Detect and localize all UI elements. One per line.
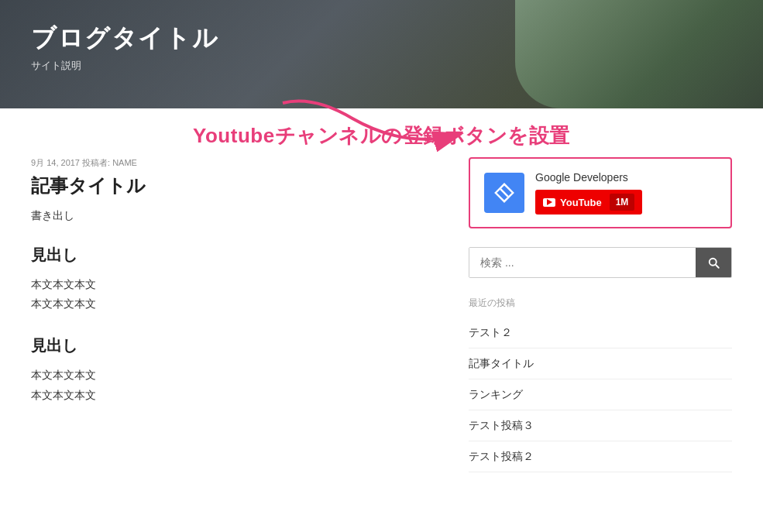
post-heading-1: 見出し [31, 245, 438, 266]
youtube-subscribe-widget: Google Developers YouTube 1M [469, 157, 732, 228]
list-item: ランキング [469, 379, 732, 410]
google-developers-icon [492, 180, 517, 205]
svg-line-2 [500, 189, 508, 197]
recent-post-link-4[interactable]: テスト投稿３ [469, 419, 534, 431]
post-excerpt: 書き出し [31, 209, 438, 223]
channel-icon [484, 173, 524, 213]
annotation-banner: Youtubeチャンネルの登録ボタンを設置 [0, 108, 763, 157]
post-body-1: 本文本文本文 本文本文本文 [31, 275, 438, 314]
annotation-text: Youtubeチャンネルの登録ボタンを設置 [193, 124, 570, 147]
search-input[interactable] [469, 248, 696, 277]
search-form [469, 247, 732, 278]
search-button[interactable] [696, 248, 731, 277]
widget-title: 最近の投稿 [469, 297, 732, 310]
post-title: 記事タイトル [31, 173, 438, 198]
post-heading-2: 見出し [31, 335, 438, 356]
recent-post-link-1[interactable]: テスト２ [469, 326, 512, 338]
channel-name: Google Developers [535, 171, 717, 184]
channel-info: Google Developers YouTube 1M [535, 171, 717, 215]
youtube-subscribe-button[interactable]: YouTube 1M [535, 190, 642, 215]
main-content: 9月 14, 2017 投稿者: NAME 記事タイトル 書き出し 見出し 本文… [31, 157, 438, 427]
sidebar: Google Developers YouTube 1M [469, 157, 732, 472]
search-widget [469, 247, 732, 278]
youtube-label: YouTube [560, 197, 602, 208]
subscriber-count: 1M [610, 194, 635, 211]
post-body-2: 本文本文本文 本文本文本文 [31, 366, 438, 404]
youtube-play-icon [543, 198, 555, 207]
site-description: サイト説明 [31, 59, 218, 73]
list-item: テスト投稿３ [469, 410, 732, 441]
site-header: ブログタイトル サイト説明 [0, 0, 763, 108]
list-item: テスト２ [469, 317, 732, 348]
recent-post-link-5[interactable]: テスト投稿２ [469, 450, 534, 462]
list-item: 記事タイトル [469, 348, 732, 379]
recent-posts-widget: 最近の投稿 テスト２ 記事タイトル ランキング テスト投稿３ テスト投稿２ [469, 297, 732, 472]
list-item: テスト投稿２ [469, 441, 732, 472]
recent-posts-list: テスト２ 記事タイトル ランキング テスト投稿３ テスト投稿２ [469, 317, 732, 472]
search-icon [706, 256, 720, 269]
recent-post-link-2[interactable]: 記事タイトル [469, 357, 534, 369]
site-title: ブログタイトル [31, 22, 218, 56]
post-meta: 9月 14, 2017 投稿者: NAME [31, 157, 438, 169]
recent-post-link-3[interactable]: ランキング [469, 388, 523, 400]
